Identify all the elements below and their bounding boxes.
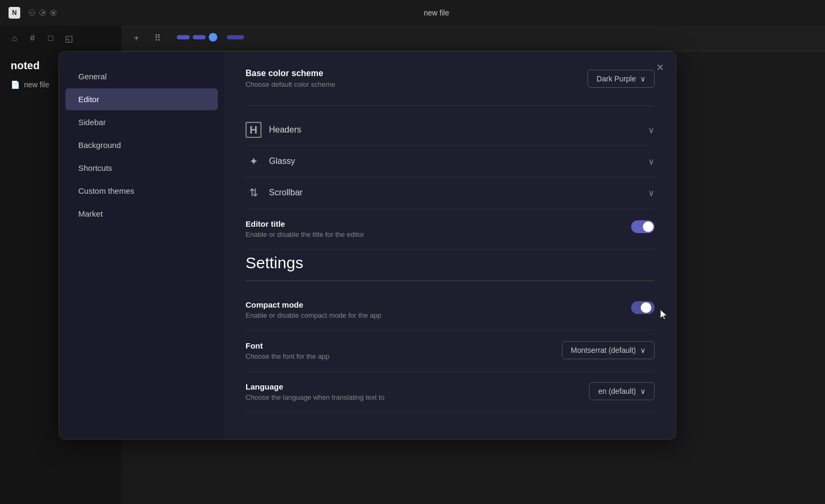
compact-mode-toggle-knob (641, 302, 651, 313)
file-icon: 📄 (11, 80, 20, 89)
scrollbar-label: Scrollbar (269, 188, 303, 197)
font-value: Montserrat (default) (571, 346, 636, 354)
nav-item-sidebar[interactable]: Sidebar (66, 111, 218, 133)
language-dropdown[interactable]: en (default) ∨ (589, 382, 655, 400)
editor-title-label: Editor title Enable or disable the title… (246, 219, 364, 238)
nav-item-editor[interactable]: Editor (66, 88, 218, 110)
color-scheme-value: Dark Purple (597, 75, 636, 83)
window-close-button[interactable]: ✕ (50, 10, 56, 16)
expandable-glassy[interactable]: ✦ Glassy ∨ (246, 146, 655, 177)
toolbar-circle (209, 33, 217, 42)
glassy-icon: ✦ (246, 153, 262, 169)
home-icon[interactable]: ⌂ (9, 32, 20, 44)
toolbar: ＋ ⠿ (121, 26, 825, 51)
editor-title-desc: Enable or disable the title for the edit… (246, 230, 364, 238)
restore-button[interactable]: ↗ (39, 10, 46, 16)
divider-1 (246, 105, 655, 106)
font-heading: Font (246, 341, 330, 350)
editor-title-heading: Editor title (246, 219, 364, 228)
font-desc: Choose the font for the app (246, 352, 330, 360)
settings-nav: General Editor Sidebar Background Shortc… (59, 52, 224, 439)
compact-mode-heading: Compact mode (246, 300, 381, 309)
compact-mode-toggle[interactable] (631, 301, 655, 314)
color-scheme-dropdown[interactable]: Dark Purple ∨ (587, 70, 655, 88)
settings-close-button[interactable]: ✕ (652, 60, 667, 75)
color-scheme-title: Base color scheme (246, 69, 335, 78)
language-value: en (default) (598, 387, 636, 395)
headers-chevron: ∨ (648, 125, 655, 135)
folder-icon[interactable]: ◱ (63, 32, 75, 44)
divider-2 (246, 280, 655, 281)
compact-mode-label: Compact mode Enable or disable compact m… (246, 300, 381, 319)
nav-item-background[interactable]: Background (66, 134, 218, 156)
font-dropdown[interactable]: Montserrat (default) ∨ (562, 341, 655, 359)
nav-item-market[interactable]: Market (66, 203, 218, 225)
add-icon[interactable]: ＋ (130, 32, 143, 45)
scrollbar-icon: ⇅ (246, 185, 262, 201)
glassy-chevron: ∨ (648, 156, 655, 167)
language-heading: Language (246, 382, 385, 391)
grid-icon[interactable]: ⠿ (151, 32, 164, 45)
toolbar-pill-1 (177, 35, 190, 39)
scrollbar-chevron: ∨ (648, 188, 655, 198)
editor-title-row: Editor title Enable or disable the title… (246, 209, 655, 250)
language-row: Language Choose the language when transl… (246, 371, 655, 412)
nav-item-shortcuts[interactable]: Shortcuts (66, 157, 218, 179)
headers-icon: H (246, 122, 262, 138)
color-scheme-label: Base color scheme Choose default color s… (246, 69, 335, 88)
save-icon[interactable]: □ (45, 32, 56, 44)
language-label: Language Choose the language when transl… (246, 382, 385, 401)
color-scheme-description: Choose default color scheme (246, 80, 335, 88)
color-scheme-row: Base color scheme Choose default color s… (246, 69, 655, 88)
glassy-label: Glassy (269, 156, 295, 166)
app-logo: N (9, 7, 20, 19)
font-chevron: ∨ (640, 346, 646, 354)
editor-title-toggle[interactable] (631, 220, 655, 233)
minimize-button[interactable]: − (29, 10, 35, 16)
font-label: Font Choose the font for the app (246, 341, 330, 360)
title-bar: N − ↗ ✕ new file (0, 0, 825, 26)
toolbar-pill-2 (193, 35, 206, 39)
settings-section-title: Settings (246, 254, 655, 272)
nav-item-general[interactable]: General (66, 65, 218, 87)
file-name-label: new file (24, 80, 49, 89)
expandable-headers[interactable]: H Headers ∨ (246, 114, 655, 146)
search-icon[interactable]: # (27, 32, 38, 44)
headers-label: Headers (269, 125, 301, 135)
settings-content: ✕ Base color scheme Choose default color… (224, 52, 676, 439)
language-desc: Choose the language when translating tex… (246, 393, 385, 401)
editor-title-toggle-knob (643, 221, 654, 232)
compact-mode-desc: Enable or disable compact mode for the a… (246, 311, 381, 319)
language-chevron: ∨ (640, 387, 646, 395)
sidebar-toolbar: ⌂ # □ ◱ (0, 26, 121, 51)
expandable-scrollbar[interactable]: ⇅ Scrollbar ∨ (246, 177, 655, 209)
window-title: new file (56, 9, 816, 17)
settings-dialog: General Editor Sidebar Background Shortc… (59, 51, 676, 440)
compact-mode-row: Compact mode Enable or disable compact m… (246, 290, 655, 331)
color-scheme-chevron: ∨ (640, 75, 646, 83)
font-row: Font Choose the font for the app Montser… (246, 331, 655, 371)
nav-item-custom-themes[interactable]: Custom themes (66, 180, 218, 202)
toolbar-pill-3 (227, 35, 244, 39)
